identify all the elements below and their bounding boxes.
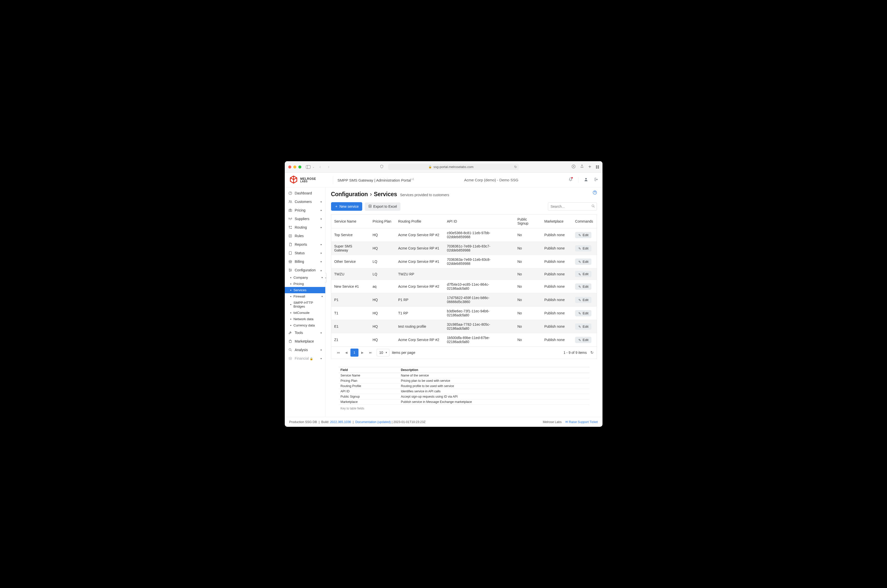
col-routing-profile[interactable]: Routing Profile (395, 214, 444, 228)
table-row[interactable]: Top ServiceHQAcme Corp Service RP #2c90e… (331, 228, 597, 242)
sidebar-item-rules[interactable]: Rules (285, 232, 325, 240)
lock-icon: 🔒 (310, 357, 313, 360)
sidebar-subitem-label: Services (293, 288, 306, 292)
url-bar[interactable]: 🔒 ssg-portal.melroselabs.com ↻ (388, 164, 519, 170)
downloads-icon[interactable] (572, 165, 576, 170)
notifications-icon[interactable] (569, 177, 573, 183)
sidebar-toggle-icon[interactable] (306, 165, 311, 169)
minimize-window-button[interactable] (293, 165, 296, 168)
table-row[interactable]: Other ServiceLQAcme Corp Service RP #170… (331, 255, 597, 268)
sidebar-subitem-services[interactable]: •Services (285, 287, 325, 293)
reload-icon[interactable]: ↻ (514, 165, 517, 169)
user-icon[interactable] (584, 177, 588, 183)
table-row[interactable]: T1HQT1 RPb3d9e6ec-73f1-11ec-94b6-02186ad… (331, 307, 597, 320)
chevron-down-icon[interactable]: ⌄ (312, 165, 314, 168)
sidebar-item-pricing[interactable]: Pricing▾ (285, 206, 325, 214)
table-row[interactable]: E1HQtest routing profile32c985aa-7782-11… (331, 320, 597, 333)
chevron-down-icon: ▾ (321, 201, 322, 203)
sidebar-item-status[interactable]: Status▾ (285, 249, 325, 257)
col-commands[interactable]: Commands (572, 214, 597, 228)
sidebar-subitem-pricing[interactable]: •Pricing (285, 280, 325, 287)
sidebar-item-marketplace[interactable]: Marketplace (285, 337, 325, 345)
edit-button[interactable]: Edit (575, 271, 591, 277)
collapse-handle[interactable]: ◂ (325, 273, 327, 282)
refresh-icon[interactable]: ↻ (590, 350, 594, 355)
tenant-title: Acme Corp (demo) - Demo SSG (464, 178, 518, 182)
col-marketplace[interactable]: Marketplace (541, 214, 572, 228)
pencil-icon (578, 312, 581, 315)
table-row[interactable]: TWZULQTWZU RPNoPublish none Edit (331, 268, 597, 280)
privacy-shield-icon[interactable] (380, 165, 384, 169)
pager-page-1[interactable]: 1 (350, 349, 359, 357)
pager-first-button[interactable]: ⏮ (334, 349, 342, 357)
sidebar-subitem-network-data[interactable]: •Network data (285, 316, 325, 322)
cell-api (444, 268, 514, 280)
field-desc: Pricing plan to be used with service (399, 378, 590, 384)
col-public-signup[interactable]: Public Signup (515, 214, 541, 228)
help-icon[interactable] (593, 190, 597, 196)
share-icon[interactable] (580, 164, 584, 170)
edit-button[interactable]: Edit (575, 232, 591, 238)
maximize-window-button[interactable] (298, 165, 302, 168)
cell-plan: HQ (369, 320, 395, 333)
sidebar-item-reports[interactable]: Reports▾ (285, 240, 325, 249)
col-service-name[interactable]: Service Name (331, 214, 369, 228)
edit-button[interactable]: Edit (575, 245, 591, 252)
sidebar-item-financial[interactable]: Financial 🔒▾ (285, 354, 325, 363)
server-icon (288, 251, 292, 255)
support-link[interactable]: Raise Support Ticket (569, 420, 598, 424)
edit-button[interactable]: Edit (575, 323, 591, 330)
sidebar-item-billing[interactable]: Billing▾ (285, 257, 325, 266)
brand-logo[interactable]: MELROSE LABS (289, 175, 328, 184)
sidebar-item-customers[interactable]: Customers▾ (285, 197, 325, 206)
sidebar-item-tools[interactable]: Tools▾ (285, 328, 325, 337)
sidebar-subitem-smpp-http-bridges[interactable]: •SMPP-HTTP Bridges (285, 300, 325, 310)
table-row[interactable]: New Service #1aqAcme Corp Service RP #2d… (331, 280, 597, 293)
new-service-button[interactable]: ＋ New service (331, 202, 362, 211)
edit-button[interactable]: Edit (575, 284, 591, 290)
nav-forward-button[interactable]: › (326, 164, 332, 170)
new-tab-icon[interactable]: + (588, 164, 591, 170)
sidebar-subitem-firewall[interactable]: •Firewall▾ (285, 293, 325, 300)
sidebar-item-routing[interactable]: Routing▾ (285, 223, 325, 232)
edit-button[interactable]: Edit (575, 310, 591, 316)
sidebar-subitem-company[interactable]: •Company▾ (285, 274, 325, 280)
edit-button[interactable]: Edit (575, 297, 591, 303)
nav-back-button[interactable]: ‹ (317, 164, 323, 170)
pager-last-button[interactable]: ⏭ (366, 349, 375, 357)
logout-icon[interactable] (594, 177, 598, 183)
sidebar-subitem-label: SMPP-HTTP Bridges (293, 301, 323, 308)
sidebar-item-configuration[interactable]: Configuration▴ (285, 266, 325, 274)
sidebar-item-dashboard[interactable]: Dashboard (285, 189, 325, 197)
sidebar-subitem-label: Pricing (293, 282, 304, 286)
documentation-link[interactable]: Documentation (updated) (355, 420, 391, 424)
close-window-button[interactable] (288, 165, 291, 168)
cell-commands: Edit (572, 333, 597, 346)
table-row[interactable]: Z1HQAcme Corp Service RP #21b500dfa-89be… (331, 333, 597, 346)
tab-overview-icon[interactable] (596, 165, 599, 168)
edit-button[interactable]: Edit (575, 337, 591, 343)
build-link[interactable]: 2022.365.1036 (330, 420, 351, 424)
sidebar-subitem-currency-data[interactable]: •Currency data (285, 322, 325, 328)
edit-button[interactable]: Edit (575, 258, 591, 265)
pager-next-button[interactable]: ▶ (359, 349, 366, 357)
cell-api: 17d75822-459f-11ec-b86c-06666d5c3860 (444, 293, 514, 307)
sidebar-item-label: Marketplace (295, 339, 314, 343)
table-row[interactable]: P1HQP1 RP17d75822-459f-11ec-b86c-06666d5… (331, 293, 597, 307)
col-api-id[interactable]: API ID (444, 214, 514, 228)
sidebar-item-label: Dashboard (295, 191, 312, 195)
col-pricing-plan[interactable]: Pricing Plan (369, 214, 395, 228)
page-size-select[interactable]: 10 (377, 349, 390, 356)
cell-name: Super SMS Gateway (331, 242, 369, 255)
brand-text: MELROSE LABS (300, 177, 316, 183)
sidebar-item-suppliers[interactable]: Suppliers▾ (285, 214, 325, 223)
sidebar-subitem-txtconsole[interactable]: •txtConsole (285, 310, 325, 316)
cell-route: T1 RP (395, 307, 444, 320)
sidebar-item-analysis[interactable]: Analysis▾ (285, 345, 325, 354)
chevron-up-icon: ▴ (321, 269, 322, 272)
sidebar-item-label: Financial 🔒 (295, 356, 314, 360)
search-input[interactable] (548, 202, 597, 210)
export-excel-button[interactable]: Export to Excel (365, 202, 401, 211)
table-row[interactable]: Super SMS GatewayHQAcme Corp Service RP … (331, 242, 597, 255)
pager-prev-button[interactable]: ◀ (342, 349, 350, 357)
